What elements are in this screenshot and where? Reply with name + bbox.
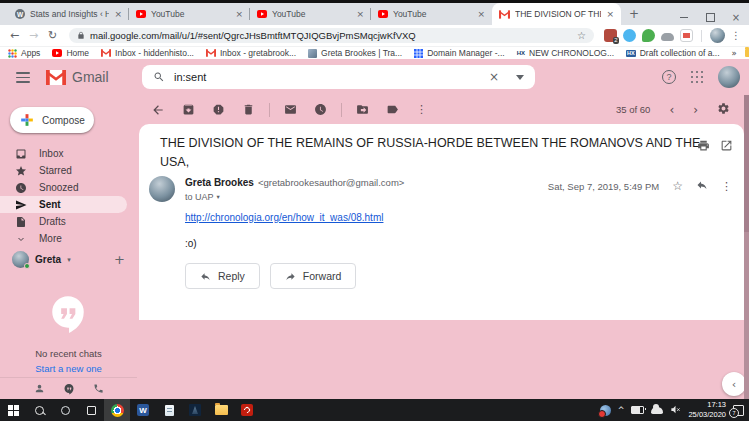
hidden-icons-chevron[interactable]: ^	[618, 406, 625, 415]
star-email-icon[interactable]: ☆	[672, 179, 683, 193]
move-to-button[interactable]	[356, 103, 369, 116]
sidebar-item-sent[interactable]: Sent	[0, 196, 127, 213]
sender-avatar[interactable]	[149, 176, 175, 202]
taskbar-explorer-button[interactable]	[208, 399, 234, 421]
delete-button[interactable]	[242, 103, 255, 116]
tab-stats-insights[interactable]: W Stats and Insights ‹ Hidden His ×	[8, 3, 129, 25]
tab-youtube-1[interactable]: YouTube ×	[129, 3, 250, 25]
extension-icon[interactable]	[623, 29, 636, 42]
volume-muted-button[interactable]	[670, 401, 681, 419]
bookmark-domain-manager[interactable]: Domain Manager -...	[414, 48, 504, 58]
forward-icon[interactable]: →	[27, 29, 40, 42]
browser-profile-avatar[interactable]	[710, 28, 725, 43]
open-in-new-button[interactable]	[720, 138, 733, 156]
close-tab-icon[interactable]: ×	[356, 9, 364, 19]
close-tab-icon[interactable]: ×	[477, 9, 485, 19]
search-bar[interactable]: in:sent ×	[142, 65, 535, 89]
tab-gmail-active[interactable]: THE DIVISION OF THE REMAIN ×	[492, 3, 621, 25]
cortana-icon	[61, 406, 70, 415]
bookmark-draft-collection[interactable]: HX Draft collection of a...	[626, 48, 719, 58]
extension-icon[interactable]	[680, 29, 693, 42]
sidebar-item-starred[interactable]: Starred	[0, 162, 137, 179]
email-body-link[interactable]: http://chronologia.org/en/how_it_was/08.…	[185, 212, 383, 223]
bookmark-greta-brookes[interactable]: Greta Brookes | Tra...	[308, 48, 402, 58]
clear-search-icon[interactable]: ×	[489, 70, 499, 84]
extension-icon[interactable]	[661, 33, 674, 41]
close-tab-icon[interactable]: ×	[606, 9, 614, 19]
back-icon[interactable]: ←	[8, 29, 21, 42]
bookmarks-overflow-icon[interactable]: »	[732, 48, 737, 58]
recipient-row[interactable]: to UAP ▾	[185, 192, 220, 202]
extension-icon[interactable]	[642, 29, 655, 42]
bookmark-apps[interactable]: Apps	[8, 48, 40, 58]
taskbar-clock[interactable]: 17:13 25/03/2020	[688, 400, 726, 420]
search-input[interactable]: in:sent	[174, 71, 480, 83]
side-panel-toggle[interactable]: ‹	[722, 372, 746, 396]
reply-button[interactable]: Reply	[185, 263, 260, 289]
sidebar-item-drafts[interactable]: Drafts	[0, 213, 137, 230]
bookmark-inbox-hiddenhistory[interactable]: Inbox - hiddenhisto...	[101, 48, 194, 58]
older-email-icon[interactable]: ›	[693, 103, 698, 117]
close-tab-icon[interactable]: ×	[235, 9, 243, 19]
tab-youtube-3[interactable]: YouTube ×	[371, 3, 492, 25]
taskbar-notepad-button[interactable]	[156, 399, 182, 421]
url-bar[interactable]: mail.google.com/mail/u/1/#sent/QgrcJHsBm…	[69, 28, 594, 43]
sidebar-item-snoozed[interactable]: Snoozed	[0, 179, 137, 196]
snooze-button[interactable]	[314, 103, 327, 116]
labels-button[interactable]	[386, 103, 399, 116]
sidebar-item-inbox[interactable]: Inbox	[0, 145, 137, 162]
message-menu-icon[interactable]: ⋮	[721, 180, 732, 193]
main-menu-icon[interactable]	[16, 72, 30, 83]
taskbar-search-button[interactable]	[26, 399, 52, 421]
bookmark-label: Draft collection of a...	[640, 48, 720, 58]
compose-button[interactable]: Compose	[10, 107, 94, 133]
sidebar-item-more[interactable]: More	[0, 230, 137, 247]
settings-button[interactable]	[717, 101, 730, 119]
search-options-icon[interactable]	[516, 75, 524, 80]
new-chat-icon[interactable]: +	[114, 252, 125, 267]
tab-youtube-2[interactable]: YouTube ×	[250, 3, 371, 25]
task-view-button[interactable]	[78, 399, 104, 421]
bookmark-home[interactable]: Home	[52, 48, 89, 58]
mark-unread-button[interactable]	[284, 103, 297, 116]
forward-button[interactable]: Forward	[270, 263, 357, 289]
taskbar-word-button[interactable]: W	[130, 399, 156, 421]
hangouts-icon[interactable]	[63, 383, 75, 395]
more-options-icon[interactable]: ⋮	[416, 103, 427, 116]
browser-menu-icon[interactable]: ⋮	[731, 30, 741, 41]
archive-button[interactable]	[182, 103, 195, 116]
start-button[interactable]	[0, 399, 26, 421]
taskbar-chrome-button[interactable]	[104, 399, 130, 421]
bookmark-star-icon[interactable]: ☆	[577, 30, 586, 41]
google-apps-icon[interactable]	[691, 71, 703, 83]
help-icon[interactable]: ?	[662, 70, 676, 84]
reload-icon[interactable]: ↻	[46, 29, 59, 42]
reply-icon-button[interactable]	[696, 177, 708, 195]
cortana-button[interactable]	[52, 399, 78, 421]
gmail-logo[interactable]: Gmail	[46, 69, 109, 85]
chat-start-link[interactable]: Start a new one	[0, 363, 137, 374]
chat-profile-row[interactable]: Greta ▾ +	[12, 251, 131, 268]
network-alert-icon[interactable]	[600, 405, 611, 416]
close-tab-icon[interactable]: ×	[114, 9, 122, 19]
taskbar-photos-button[interactable]	[182, 399, 208, 421]
bookmark-inbox-gretabrookes[interactable]: Inbox - gretabrook...	[206, 48, 296, 58]
back-to-list-button[interactable]	[151, 103, 165, 117]
print-button[interactable]	[697, 138, 710, 156]
onedrive-icon[interactable]	[651, 407, 663, 414]
newer-email-icon[interactable]: ‹	[669, 103, 674, 117]
taskbar-acrobat-button[interactable]	[234, 399, 260, 421]
battery-icon[interactable]	[631, 406, 644, 414]
new-tab-button[interactable]: +	[629, 7, 639, 21]
report-spam-button[interactable]	[212, 103, 225, 116]
other-bookmarks[interactable]: Other bookmarks	[745, 48, 749, 58]
extension-icon[interactable]: 2	[604, 29, 617, 42]
phone-icon[interactable]	[93, 383, 104, 394]
scrollbar[interactable]	[744, 95, 749, 399]
bookmark-new-chronology[interactable]: HX NEW CHRONOLOG...	[517, 48, 614, 58]
contacts-icon[interactable]	[34, 383, 45, 394]
reply-icon	[200, 271, 211, 282]
account-avatar[interactable]	[718, 66, 740, 88]
action-center-button[interactable]: 7	[733, 405, 744, 416]
email-body-text: :o)	[185, 238, 197, 249]
